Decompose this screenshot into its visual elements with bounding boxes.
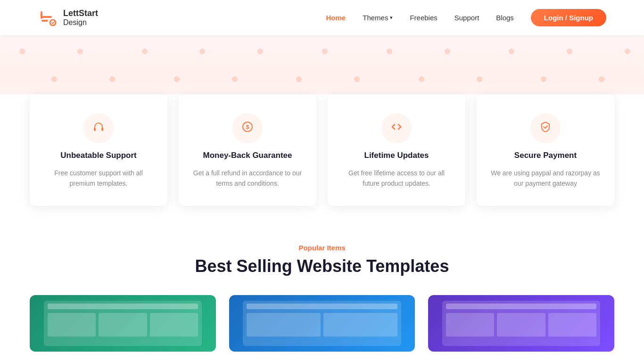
logo: LettStart Design — [38, 8, 98, 28]
features-grid: Unbeatable Support Free customer support… — [30, 94, 614, 206]
svg-rect-4 — [94, 128, 96, 131]
feature-icon-0 — [92, 121, 105, 136]
mockup-col-3c — [548, 313, 596, 337]
feature-icon-wrap-3 — [530, 113, 561, 143]
mockup-col-2a — [247, 313, 321, 337]
svg-rect-3 — [41, 11, 42, 19]
dot-13 — [174, 76, 180, 82]
svg-rect-0 — [41, 16, 52, 18]
dot-3 — [199, 49, 205, 54]
mockup-content-1 — [44, 311, 202, 338]
dot-9 — [567, 49, 572, 54]
dot-8 — [509, 49, 514, 54]
chevron-down-icon: ▾ — [390, 15, 393, 21]
dot-18 — [477, 76, 482, 82]
svg-point-2 — [50, 20, 56, 25]
dot-12 — [109, 76, 115, 82]
feature-desc-1: Get a full refund in accordance to our t… — [192, 168, 303, 189]
mockup-col-3b — [497, 313, 545, 337]
product-mockup-3 — [442, 301, 600, 346]
nav-themes[interactable]: Themes ▾ — [363, 14, 393, 22]
dot-1 — [77, 49, 83, 54]
login-signup-button[interactable]: Login / Signup — [531, 9, 606, 26]
dot-10 — [625, 49, 630, 54]
dot-19 — [541, 76, 546, 82]
feature-title-1: Money-Back Guarantee — [203, 151, 292, 160]
product-mockup-2 — [243, 301, 401, 346]
dot-16 — [354, 76, 360, 82]
dot-14 — [232, 76, 238, 82]
nav-themes-label: Themes — [363, 14, 388, 22]
svg-rect-1 — [41, 20, 48, 22]
feature-icon-wrap-2 — [381, 113, 412, 143]
popular-label: Popular Items — [28, 244, 616, 252]
dot-11 — [51, 76, 57, 82]
popular-section: Popular Items Best Selling Website Templ… — [0, 244, 644, 352]
feature-card-0: Unbeatable Support Free customer support… — [30, 94, 167, 206]
feature-card-1: $ Money-Back Guarantee Get a full refund… — [179, 94, 316, 206]
nav-blogs[interactable]: Blogs — [496, 14, 514, 22]
section-spacer — [0, 206, 644, 244]
dot-17 — [419, 76, 424, 82]
product-mockup-1 — [44, 301, 202, 346]
nav-support[interactable]: Support — [454, 14, 479, 22]
mockup-content-3 — [442, 311, 600, 338]
feature-icon-wrap-0 — [83, 113, 114, 143]
feature-title-0: Unbeatable Support — [60, 151, 137, 160]
logo-name-top: LettStart — [63, 9, 98, 18]
feature-desc-3: We are using paypal and razorpay as our … — [490, 168, 601, 189]
mockup-col-1c — [150, 313, 198, 337]
mockup-col-1b — [99, 313, 147, 337]
feature-desc-2: Get free lifetime access to our all futu… — [341, 168, 452, 189]
feature-icon-3 — [539, 121, 552, 136]
dot-4 — [257, 49, 263, 54]
logo-icon — [38, 8, 58, 28]
features-section: Unbeatable Support Free customer support… — [0, 94, 644, 206]
mockup-col-1a — [48, 313, 96, 337]
product-card-inner-3 — [428, 295, 614, 352]
mockup-bar-1 — [48, 304, 198, 309]
logo-text: LettStart Design — [63, 9, 98, 26]
dot-20 — [599, 76, 604, 82]
nav-home[interactable]: Home — [326, 14, 346, 22]
feature-card-3: Secure Payment We are using paypal and r… — [477, 94, 614, 206]
product-card-inner-1 — [30, 295, 216, 352]
product-card-2[interactable] — [229, 295, 415, 352]
header: LettStart Design Home Themes ▾ Freebies … — [0, 0, 644, 35]
mockup-bar-3 — [446, 304, 596, 309]
feature-icon-wrap-1: $ — [232, 113, 263, 143]
feature-desc-0: Free customer support with all premium t… — [43, 168, 154, 189]
feature-card-2: Lifetime Updates Get free lifetime acces… — [328, 94, 465, 206]
feature-title-2: Lifetime Updates — [364, 151, 429, 160]
products-row — [30, 295, 614, 352]
mockup-content-2 — [243, 311, 401, 338]
dot-15 — [296, 76, 302, 82]
product-card-inner-2 — [229, 295, 415, 352]
product-card-3[interactable] — [428, 295, 614, 352]
mockup-col-3a — [446, 313, 494, 337]
dot-0 — [19, 49, 25, 54]
dot-7 — [445, 49, 450, 54]
mockup-col-2b — [323, 313, 397, 337]
feature-icon-1: $ — [241, 121, 254, 136]
feature-icon-2 — [390, 121, 403, 136]
dot-2 — [142, 49, 148, 54]
logo-name-bottom: Design — [63, 18, 98, 27]
product-card-1[interactable] — [30, 295, 216, 352]
main-nav: Home Themes ▾ Freebies Support Blogs Log… — [326, 9, 606, 26]
svg-text:$: $ — [246, 123, 249, 131]
nav-freebies[interactable]: Freebies — [410, 14, 437, 22]
dot-6 — [387, 49, 392, 54]
dot-5 — [322, 49, 328, 54]
popular-heading: Best Selling Website Templates — [28, 256, 616, 276]
feature-title-3: Secure Payment — [514, 151, 577, 160]
mockup-bar-2 — [247, 304, 397, 309]
svg-rect-5 — [101, 128, 103, 131]
